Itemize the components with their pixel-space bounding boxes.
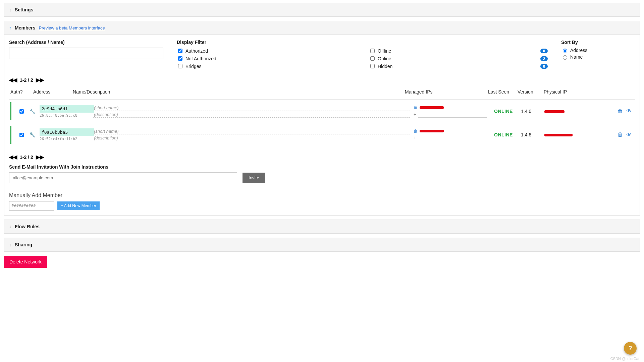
filter-hidden-checkbox[interactable] bbox=[370, 64, 375, 68]
col-managed: Managed IPs bbox=[404, 86, 487, 100]
arrow-down-icon: ↓ bbox=[9, 7, 11, 12]
delete-ip-icon[interactable]: 🗑 bbox=[414, 129, 418, 133]
delete-member-icon[interactable]: 🗑 bbox=[618, 132, 623, 138]
filter-online[interactable]: Online bbox=[369, 55, 391, 62]
display-filter-label: Display Filter bbox=[177, 40, 548, 45]
hide-member-icon[interactable]: 👁 bbox=[626, 132, 632, 138]
managed-ip-redacted bbox=[420, 130, 444, 132]
last-seen-status: ONLINE bbox=[494, 132, 513, 137]
delete-network-button[interactable]: Delete Network bbox=[4, 256, 47, 268]
page-first-icon[interactable]: ◀◀ bbox=[9, 77, 17, 83]
col-lastseen: Last Seen bbox=[487, 86, 516, 100]
member-subaddress: 26:8c:f8:be:9c:c8 bbox=[40, 113, 93, 118]
filter-not-authorized[interactable]: Not Authorized bbox=[177, 55, 356, 62]
hide-member-icon[interactable]: 👁 bbox=[626, 108, 632, 114]
managed-ip-redacted bbox=[420, 106, 444, 109]
member-subaddress: 26:52:c4:fa:11:b2 bbox=[40, 137, 93, 141]
online-count-badge: 2 bbox=[540, 56, 548, 61]
page-range: 1-2 / 2 bbox=[20, 155, 33, 160]
sort-name[interactable]: Name bbox=[561, 54, 635, 60]
filter-bridges[interactable]: Bridges bbox=[177, 63, 356, 69]
offline-count-badge: 0 bbox=[540, 49, 548, 53]
filter-authorized-checkbox[interactable] bbox=[178, 49, 182, 53]
members-table: Auth? Address Name/Description Managed I… bbox=[9, 86, 635, 146]
version-text: 1.4.6 bbox=[521, 132, 531, 137]
page-first-icon[interactable]: ◀◀ bbox=[9, 154, 17, 160]
table-row: 🔧 2e9d4fb6df 26:8c:f8:be:9c:c8 bbox=[9, 100, 635, 123]
arrow-down-icon: ↓ bbox=[9, 242, 11, 247]
member-address[interactable]: 2e9d4fb6df bbox=[40, 105, 94, 113]
wrench-icon[interactable]: 🔧 bbox=[30, 109, 35, 114]
flow-rules-title: Flow Rules bbox=[15, 224, 40, 229]
add-ip-input[interactable] bbox=[418, 135, 487, 141]
sort-by-label: Sort By bbox=[561, 40, 635, 45]
physical-ip-redacted bbox=[544, 134, 573, 136]
filter-bridges-checkbox[interactable] bbox=[178, 64, 182, 68]
delete-ip-icon[interactable]: 🗑 bbox=[414, 105, 418, 110]
manual-add-label: Manually Add Member bbox=[9, 192, 635, 198]
auth-checkbox[interactable] bbox=[19, 109, 24, 114]
col-version: Version bbox=[516, 86, 542, 100]
page-range: 1-2 / 2 bbox=[20, 77, 33, 83]
add-new-member-button[interactable]: + Add New Member bbox=[57, 201, 100, 210]
version-text: 1.4.6 bbox=[521, 109, 531, 114]
beta-members-link[interactable]: Preview a beta Members interface bbox=[39, 25, 105, 31]
member-address[interactable]: f0a10b3ba5 bbox=[40, 128, 94, 136]
flow-rules-panel-header[interactable]: ↓ Flow Rules bbox=[4, 220, 640, 234]
invite-label: Send E-Mail Invitation With Join Instruc… bbox=[9, 164, 635, 170]
filter-hidden[interactable]: Hidden bbox=[369, 63, 392, 69]
sort-name-radio[interactable] bbox=[563, 55, 567, 60]
filter-offline[interactable]: Offline bbox=[369, 48, 391, 54]
arrow-up-icon: ↑ bbox=[9, 25, 11, 31]
description-input[interactable] bbox=[93, 135, 410, 141]
short-name-input[interactable] bbox=[93, 128, 410, 134]
members-panel: ↑ Members Preview a beta Members interfa… bbox=[4, 21, 640, 216]
col-physical: Physical IP bbox=[542, 86, 612, 100]
col-auth: Auth? bbox=[9, 86, 32, 100]
search-input[interactable] bbox=[9, 48, 163, 59]
last-seen-status: ONLINE bbox=[494, 109, 513, 114]
sharing-panel-header[interactable]: ↓ Sharing bbox=[4, 238, 640, 252]
paginator-bottom: ◀◀ 1-2 / 2 ▶▶ bbox=[9, 154, 635, 160]
sort-address[interactable]: Address bbox=[561, 48, 635, 53]
manual-member-input[interactable] bbox=[9, 201, 54, 210]
auth-checkbox[interactable] bbox=[19, 133, 24, 137]
members-panel-header[interactable]: ↑ Members Preview a beta Members interfa… bbox=[4, 21, 640, 35]
description-input[interactable] bbox=[93, 112, 410, 118]
members-title: Members bbox=[15, 25, 35, 31]
add-ip-input[interactable] bbox=[418, 111, 487, 118]
filter-not-authorized-checkbox[interactable] bbox=[178, 56, 182, 61]
filter-online-checkbox[interactable] bbox=[370, 56, 375, 61]
filter-offline-checkbox[interactable] bbox=[370, 49, 375, 53]
settings-panel-header[interactable]: ↓ Settings bbox=[4, 3, 640, 17]
physical-ip-redacted bbox=[544, 110, 565, 113]
short-name-input[interactable] bbox=[93, 105, 410, 111]
add-ip-icon[interactable]: + bbox=[414, 112, 416, 117]
col-address: Address bbox=[32, 86, 71, 100]
settings-title: Settings bbox=[15, 7, 33, 12]
invite-email-input[interactable] bbox=[9, 172, 237, 183]
page-last-icon[interactable]: ▶▶ bbox=[36, 154, 44, 160]
hidden-count-badge: 0 bbox=[540, 64, 548, 69]
sort-address-radio[interactable] bbox=[563, 49, 567, 53]
page-last-icon[interactable]: ▶▶ bbox=[36, 77, 44, 83]
invite-button[interactable]: Invite bbox=[243, 173, 265, 183]
delete-member-icon[interactable]: 🗑 bbox=[618, 108, 623, 114]
filter-authorized[interactable]: Authorized bbox=[177, 48, 356, 54]
arrow-down-icon: ↓ bbox=[9, 224, 11, 229]
add-ip-icon[interactable]: + bbox=[414, 135, 416, 140]
table-row: 🔧 f0a10b3ba5 26:52:c4:fa:11:b2 bbox=[9, 123, 635, 146]
sharing-title: Sharing bbox=[15, 242, 32, 247]
col-name: Name/Description bbox=[71, 86, 404, 100]
paginator-top: ◀◀ 1-2 / 2 ▶▶ bbox=[9, 77, 635, 83]
search-label: Search (Address / Name) bbox=[9, 40, 163, 45]
wrench-icon[interactable]: 🔧 bbox=[30, 132, 35, 137]
